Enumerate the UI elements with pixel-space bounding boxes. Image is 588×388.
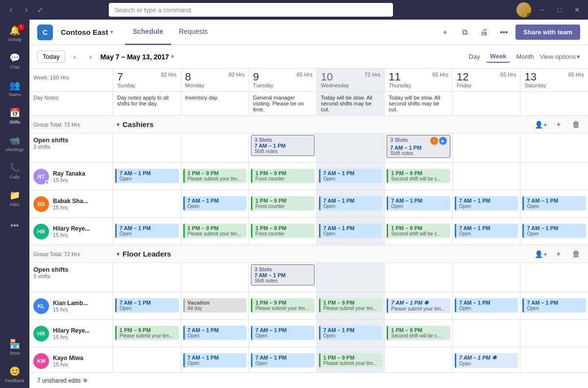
add-button[interactable]: + xyxy=(437,25,453,40)
babak-wed-shift[interactable]: 7 AM – 1 PM Open xyxy=(319,196,383,210)
sidebar-item-meetings[interactable]: 📹 Meetings xyxy=(0,129,29,157)
kayo-shift-tue[interactable]: 7 AM – 1 PM Open xyxy=(248,347,317,372)
hilary-c-shift-sat[interactable]: 7 AM – 1 PM Open xyxy=(520,218,588,245)
floor-delete-button[interactable]: 🗑 xyxy=(568,246,584,262)
sidebar-item-teams[interactable]: 👥 Teams xyxy=(0,75,29,102)
print-button[interactable]: 🖨 xyxy=(476,25,492,40)
hilary-c-wed-shift[interactable]: 7 AM – 1 PM Open xyxy=(319,224,383,238)
next-week-button[interactable]: › xyxy=(85,51,97,63)
babak-fri-shift[interactable]: 7 AM – 1 PM Open xyxy=(455,196,518,210)
prev-week-button[interactable]: ‹ xyxy=(69,51,81,63)
babak-sat-shift[interactable]: 7 AM – 1 PM Open xyxy=(522,196,586,210)
hilary-c-shift-thu[interactable]: 1 PM – 9 PM Second shift will be c... xyxy=(384,218,452,245)
kian-thu-shift[interactable]: 7 AM – 1 PM ✱ Please submit your tim... xyxy=(387,298,450,313)
back-button[interactable]: ‹ xyxy=(4,3,18,17)
babak-shift-mon[interactable]: 7 AM – 1 PM Open xyxy=(181,190,249,217)
hilary-c-shift-sun[interactable]: 7 AM – 1 PM Open xyxy=(113,218,181,245)
kian-sun-shift[interactable]: 7 AM – 1 PM Open xyxy=(115,298,179,312)
hilary-c-shift-mon[interactable]: 1 PM – 9 PM Please submit your tim... xyxy=(181,218,249,245)
ray-shift-mon[interactable]: 1 PM – 9 PM Please submit your tim... xyxy=(181,163,249,190)
hilary-c-thu-shift[interactable]: 1 PM – 9 PM Second shift will be c... xyxy=(387,224,450,238)
view-options-button[interactable]: View options ▾ xyxy=(540,53,580,60)
hilary-c-shift-wed[interactable]: 7 AM – 1 PM Open xyxy=(317,218,385,245)
sidebar-item-files[interactable]: 📁 Files xyxy=(0,184,29,212)
hilary-fl-shift-wed[interactable]: 7 AM – 1 PM Open xyxy=(317,320,385,347)
kayo-mon-shift[interactable]: 7 AM – 1 PM Open xyxy=(183,353,247,367)
sidebar-item-activity[interactable]: 🔔 Activity 1 xyxy=(0,20,29,47)
kian-wed-shift[interactable]: 1 PM – 9 PM Please submit your tim... xyxy=(319,298,383,312)
sidebar-item-store[interactable]: 🏪 Store xyxy=(0,333,29,361)
team-name[interactable]: Contoso East ▾ xyxy=(61,28,113,36)
hilary-fl-shift-sun[interactable]: 1 PM – 9 PM Please submit your tim... xyxy=(113,320,181,347)
babak-mon-shift[interactable]: 7 AM – 1 PM Open xyxy=(183,196,247,210)
ray-tue-shift[interactable]: 1 PM – 9 PM Front counter xyxy=(251,169,315,183)
sidebar-item-shifts[interactable]: 📅 Shifts xyxy=(0,102,29,129)
babak-shift-wed[interactable]: 7 AM – 1 PM Open xyxy=(317,190,385,217)
kian-shift-sat[interactable]: 7 AM – 1 PM Open xyxy=(520,292,588,319)
hilary-fl-sun-shift[interactable]: 1 PM – 9 PM Please submit your tim... xyxy=(115,326,179,340)
expand-button[interactable]: ⤢ xyxy=(37,6,43,14)
hilary-fl-wed-shift[interactable]: 7 AM – 1 PM Open xyxy=(319,326,383,340)
floor-open-tue-slot[interactable]: 3 Slots 7 AM – 1 PM Shift notes xyxy=(251,264,315,285)
kian-shift-wed[interactable]: 1 PM – 9 PM Please submit your tim... xyxy=(317,292,385,319)
babak-shift-sat[interactable]: 7 AM – 1 PM Open xyxy=(520,190,588,217)
kian-shift-fri[interactable]: 7 AM – 1 PM Open xyxy=(452,292,520,319)
hilary-fl-thu-shift[interactable]: 1 PM – 9 PM Second shift will be c... xyxy=(387,326,450,340)
today-button[interactable]: Today xyxy=(37,51,65,63)
hilary-c-sun-shift[interactable]: 7 AM – 1 PM Open xyxy=(115,224,179,238)
ray-shift-sun[interactable]: 7 AM – 1 PM Open xyxy=(113,163,181,190)
cashiers-add-person-button[interactable]: 👤+ xyxy=(533,117,549,132)
kayo-fri-shift[interactable]: 7 AM – 1 PM ✱ Open xyxy=(455,353,518,368)
babak-shift-thu[interactable]: 7 AM – 1 PM Open xyxy=(384,190,452,217)
close-button[interactable]: ✕ xyxy=(570,3,584,17)
hilary-fl-shift-thu[interactable]: 1 PM – 9 PM Second shift will be c... xyxy=(384,320,452,347)
hilary-fl-shift-mon[interactable]: 7 AM – 1 PM Open xyxy=(181,320,249,347)
kayo-shift-wed[interactable]: 1 PM – 9 PM Please submit your tim... xyxy=(317,347,385,372)
babak-shift-fri[interactable]: 7 AM – 1 PM Open xyxy=(452,190,520,217)
sidebar-item-calls[interactable]: 📞 Calls xyxy=(0,157,29,184)
tab-requests[interactable]: Requests xyxy=(171,20,216,45)
ray-thu-shift[interactable]: 1 PM – 9 PM Second shift will be c... xyxy=(387,169,450,183)
ray-shift-tue[interactable]: 1 PM – 9 PM Front counter xyxy=(248,163,317,190)
kayo-tue-shift[interactable]: 7 AM – 1 PM Open xyxy=(251,353,315,367)
kian-shift-sun[interactable]: 7 AM – 1 PM Open xyxy=(113,292,181,319)
cashiers-add-shift-button[interactable]: + xyxy=(551,117,566,132)
cashiers-open-thu-slot[interactable]: 3 Slots 5 ▶ 7 AM – 1 PM Shift notes xyxy=(387,135,450,158)
ray-wed-shift[interactable]: 7 AM – 1 PM Open xyxy=(319,169,383,183)
floor-leaders-chevron-icon[interactable]: ▾ xyxy=(117,251,120,258)
cashiers-chevron-icon[interactable]: ▾ xyxy=(117,121,120,128)
cashiers-open-tue[interactable]: 3 Slots 7 AM – 1 PM Shift notes xyxy=(248,133,317,162)
kayo-shift-fri[interactable]: 7 AM – 1 PM ✱ Open xyxy=(452,347,520,372)
hilary-c-fri-shift[interactable]: 7 AM – 1 PM Open xyxy=(455,224,518,238)
babak-thu-shift[interactable]: 7 AM – 1 PM Open xyxy=(387,196,450,210)
week-view-button[interactable]: Week xyxy=(486,51,511,63)
babak-shift-tue[interactable]: 1 PM – 9 PM Front counter xyxy=(248,190,317,217)
more-options-button[interactable]: ••• xyxy=(496,25,512,40)
duplicate-button[interactable]: ⧉ xyxy=(457,25,472,40)
kian-shift-tue[interactable]: 1 PM – 9 PM Please submit your tim... xyxy=(248,292,317,319)
cashiers-delete-button[interactable]: 🗑 xyxy=(568,117,584,132)
kian-tue-shift[interactable]: 1 PM – 9 PM Please submit your tim... xyxy=(251,298,315,312)
ray-mon-shift[interactable]: 1 PM – 9 PM Please submit your tim... xyxy=(183,169,247,183)
search-bar[interactable]: Search or type a command xyxy=(109,3,393,17)
hilary-c-shift-fri[interactable]: 7 AM – 1 PM Open xyxy=(452,218,520,245)
hilary-c-sat-shift[interactable]: 7 AM – 1 PM Open xyxy=(522,224,586,238)
cashiers-open-thu[interactable]: 3 Slots 5 ▶ 7 AM – 1 PM Shift notes xyxy=(384,133,452,162)
kian-shift-mon[interactable]: Vacation All day xyxy=(181,292,249,319)
ray-shift-wed[interactable]: 7 AM – 1 PM Open xyxy=(317,163,385,190)
floor-add-shift-button[interactable]: + xyxy=(551,246,566,262)
kian-fri-shift[interactable]: 7 AM – 1 PM Open xyxy=(455,298,518,312)
date-range[interactable]: May 7 – May 13, 2017 ▾ xyxy=(100,53,174,61)
sidebar-item-more[interactable]: ••• xyxy=(0,212,29,239)
minimize-button[interactable]: − xyxy=(535,3,549,17)
hilary-fl-tue-shift[interactable]: 7 AM – 1 PM Open xyxy=(251,326,315,340)
sidebar-item-feedback[interactable]: 😊 Feedback xyxy=(0,361,29,388)
floor-open-tue[interactable]: 3 Slots 7 AM – 1 PM Shift notes xyxy=(248,263,317,292)
day-view-button[interactable]: Day xyxy=(465,51,484,62)
month-view-button[interactable]: Month xyxy=(512,51,538,62)
kian-mon-shift[interactable]: Vacation All day xyxy=(183,298,247,312)
hilary-c-mon-shift[interactable]: 1 PM – 9 PM Please submit your tim... xyxy=(183,224,247,238)
hilary-c-tue-shift[interactable]: 1 PM – 9 PM Front counter xyxy=(251,224,315,238)
share-with-team-button[interactable]: Share with team xyxy=(515,25,580,40)
kian-sat-shift[interactable]: 7 AM – 1 PM Open xyxy=(522,298,586,312)
